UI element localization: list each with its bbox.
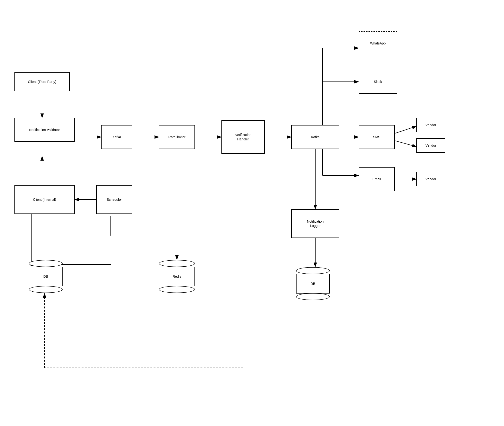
- rate-limiter-label: Rate limiter: [168, 135, 186, 139]
- db1-label: DB: [43, 275, 48, 278]
- vendor1-label: Vendor: [425, 123, 436, 127]
- whatsapp-label: WhatsApp: [370, 41, 386, 45]
- kafka1-label: Kafka: [112, 135, 121, 139]
- vendor3-box: Vendor: [416, 172, 445, 186]
- notification-logger-label: Notification Logger: [307, 219, 323, 228]
- vendor3-label: Vendor: [425, 177, 436, 181]
- slack-label: Slack: [374, 80, 382, 84]
- sms-box: SMS: [359, 125, 395, 149]
- client-internal-label: Client (Internal): [33, 197, 56, 202]
- scheduler-box: Scheduler: [96, 185, 132, 214]
- email-box: Email: [359, 167, 395, 191]
- diagram-container: Client (Third Party) Notification Valida…: [0, 0, 504, 426]
- whatsapp-box: WhatsApp: [359, 31, 397, 55]
- db2-label: DB: [310, 282, 315, 286]
- db1-cylinder: DB: [29, 260, 63, 293]
- redis-label: Redis: [173, 275, 181, 278]
- notification-handler-box: Notification Handler: [221, 120, 265, 154]
- sms-label: SMS: [373, 135, 380, 139]
- vendor1-box: Vendor: [416, 118, 445, 132]
- client-third-party-box: Client (Third Party): [15, 72, 70, 91]
- kafka2-label: Kafka: [311, 135, 320, 139]
- notification-logger-box: Notification Logger: [291, 209, 339, 238]
- client-third-party-label: Client (Third Party): [28, 80, 56, 84]
- arrows-svg: [0, 0, 504, 426]
- redis-cylinder: Redis: [159, 260, 195, 293]
- vendor2-box: Vendor: [416, 138, 445, 153]
- slack-box: Slack: [359, 70, 397, 94]
- client-internal-box: Client (Internal): [15, 185, 75, 214]
- svg-line-14: [395, 126, 416, 133]
- kafka1-box: Kafka: [101, 125, 132, 149]
- svg-line-15: [395, 141, 416, 147]
- db2-cylinder: DB: [296, 267, 330, 300]
- email-label: Email: [372, 177, 381, 181]
- vendor2-label: Vendor: [425, 143, 436, 148]
- notification-handler-label: Notification Handler: [235, 133, 251, 141]
- rate-limiter-box: Rate limiter: [159, 125, 195, 149]
- notification-validator-label: Notification Validator: [29, 128, 60, 132]
- scheduler-label: Scheduler: [107, 197, 122, 202]
- kafka2-box: Kafka: [291, 125, 339, 149]
- notification-validator-box: Notification Validator: [15, 118, 75, 142]
